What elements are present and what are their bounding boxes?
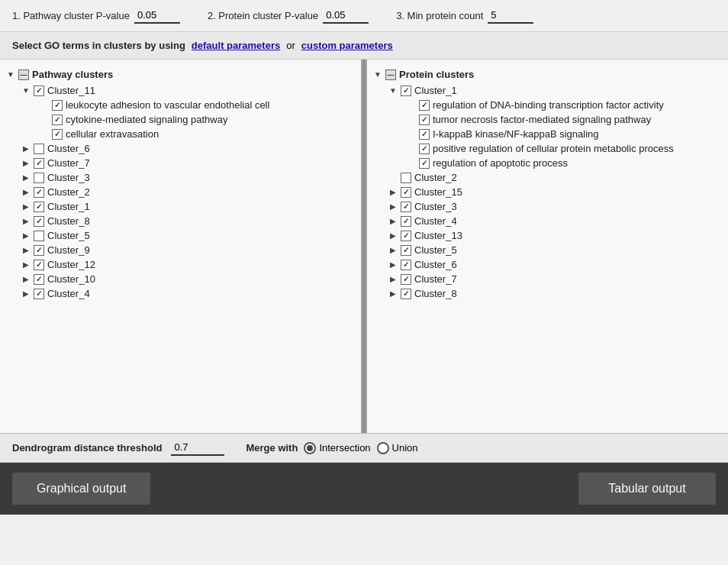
cluster8-arrow[interactable] — [21, 217, 31, 226]
pathway-cluster-1[interactable]: Cluster_1 — [0, 199, 361, 214]
prot-cluster15-arrow[interactable] — [388, 188, 398, 197]
default-parameters-link[interactable]: default parameters — [192, 40, 280, 51]
prot-cluster1-arrow[interactable] — [388, 86, 398, 95]
param2-input[interactable] — [323, 8, 369, 24]
prot-cluster8-arrow[interactable] — [388, 289, 398, 299]
prot-cluster4-arrow[interactable] — [388, 217, 398, 226]
pathway-cluster-7[interactable]: Cluster_7 — [0, 156, 361, 170]
prot-cluster4-checkbox[interactable] — [401, 216, 411, 227]
tnf-checkbox[interactable] — [419, 115, 430, 125]
cluster2-checkbox[interactable] — [34, 187, 44, 198]
graphical-output-button[interactable]: Graphical output — [12, 473, 150, 505]
cluster7-checkbox[interactable] — [34, 158, 44, 169]
protein-cluster-3[interactable]: Cluster_3 — [367, 199, 728, 214]
union-option[interactable]: Union — [377, 442, 418, 454]
cellular-checkbox[interactable] — [52, 129, 63, 140]
prot-cluster7-arrow[interactable] — [388, 275, 398, 284]
custom-parameters-link[interactable]: custom parameters — [301, 40, 393, 51]
pathway-cluster-6[interactable]: Cluster_6 — [0, 141, 361, 156]
protein-root-arrow[interactable] — [373, 70, 382, 79]
protein-cluster-15[interactable]: Cluster_15 — [367, 185, 728, 199]
pathway-root-checkbox[interactable] — [18, 69, 29, 80]
pathway-cluster-10[interactable]: Cluster_10 — [0, 272, 361, 286]
cluster9-arrow[interactable] — [21, 246, 31, 255]
pathway-cluster-11[interactable]: Cluster_11 — [0, 83, 361, 98]
cluster7-arrow[interactable] — [21, 159, 31, 168]
pathway-item-leukocyte[interactable]: leukocyte adhesion to vascular endotheli… — [0, 98, 361, 112]
prot-cluster6-checkbox[interactable] — [401, 260, 411, 270]
protein-cluster-1[interactable]: Cluster_1 — [367, 83, 728, 98]
ikappab-checkbox[interactable] — [419, 129, 430, 140]
dna-checkbox[interactable] — [419, 100, 430, 111]
protein-item-dna[interactable]: regulation of DNA-binding transcription … — [367, 98, 728, 112]
prot-cluster5-checkbox[interactable] — [401, 245, 411, 256]
prot-cluster7-checkbox[interactable] — [401, 274, 411, 285]
intersection-option[interactable]: Intersection — [304, 442, 370, 454]
cluster11-arrow[interactable] — [21, 86, 31, 95]
pathway-item-cellular[interactable]: cellular extravasation — [0, 127, 361, 141]
cluster3-arrow[interactable] — [21, 173, 31, 182]
protein-cluster-7[interactable]: Cluster_7 — [367, 272, 728, 286]
protein-item-ikappab[interactable]: I-kappaB kinase/NF-kappaB signaling — [367, 127, 728, 141]
prot-cluster6-arrow[interactable] — [388, 260, 398, 270]
pathway-cluster-3[interactable]: Cluster_3 — [0, 170, 361, 185]
cluster11-checkbox[interactable] — [34, 86, 44, 96]
prot-cluster13-checkbox[interactable] — [401, 231, 411, 241]
pathway-cluster-12[interactable]: Cluster_12 — [0, 257, 361, 272]
protein-panel[interactable]: Protein clusters Cluster_1 regulation of… — [367, 60, 728, 433]
pathway-cluster-2[interactable]: Cluster_2 — [0, 185, 361, 199]
leukocyte-checkbox[interactable] — [52, 100, 63, 111]
cluster5-arrow[interactable] — [21, 231, 31, 241]
positive-checkbox[interactable] — [419, 144, 430, 154]
protein-cluster-6[interactable]: Cluster_6 — [367, 257, 728, 272]
protein-item-apoptotic[interactable]: regulation of apoptotic process — [367, 156, 728, 170]
param3-input[interactable] — [488, 8, 533, 24]
pathway-cluster-5[interactable]: Cluster_5 — [0, 228, 361, 243]
pathway-panel[interactable]: Pathway clusters Cluster_11 leukocyte ad… — [0, 60, 361, 433]
protein-cluster-2[interactable]: Cluster_2 — [367, 170, 728, 185]
cluster10-checkbox[interactable] — [34, 274, 44, 285]
prot-cluster8-checkbox[interactable] — [401, 289, 411, 299]
pcluster1-arrow[interactable] — [21, 202, 31, 211]
pathway-item-cytokine[interactable]: cytokine-mediated signaling pathway — [0, 112, 361, 127]
pathway-cluster-8[interactable]: Cluster_8 — [0, 214, 361, 228]
protein-cluster-13[interactable]: Cluster_13 — [367, 228, 728, 243]
prot-cluster5-arrow[interactable] — [388, 246, 398, 255]
protein-cluster-4[interactable]: Cluster_4 — [367, 214, 728, 228]
cluster5-checkbox[interactable] — [34, 231, 44, 241]
param1-input[interactable] — [134, 8, 180, 24]
prot-cluster3-checkbox[interactable] — [401, 202, 411, 212]
protein-root-checkbox[interactable] — [385, 69, 396, 80]
cluster6-checkbox[interactable] — [34, 144, 44, 154]
pathway-cluster-9[interactable]: Cluster_9 — [0, 243, 361, 257]
protein-cluster-8[interactable]: Cluster_8 — [367, 286, 728, 301]
protein-item-positive[interactable]: positive regulation of cellular protein … — [367, 141, 728, 156]
cluster9-checkbox[interactable] — [34, 245, 44, 256]
prot-cluster15-checkbox[interactable] — [401, 187, 411, 198]
union-radio[interactable] — [377, 442, 389, 454]
pcluster1-checkbox[interactable] — [34, 202, 44, 212]
protein-cluster-5[interactable]: Cluster_5 — [367, 243, 728, 257]
cluster12-checkbox[interactable] — [34, 260, 44, 270]
cluster12-arrow[interactable] — [21, 260, 31, 270]
tabular-output-button[interactable]: Tabular output — [578, 473, 716, 505]
pathway-root-arrow[interactable] — [6, 70, 15, 79]
cluster10-arrow[interactable] — [21, 275, 31, 284]
cluster2-arrow[interactable] — [21, 188, 31, 197]
prot-cluster13-arrow[interactable] — [388, 231, 398, 241]
cluster6-arrow[interactable] — [21, 144, 31, 153]
prot-cluster2-checkbox[interactable] — [401, 173, 411, 183]
panel-divider[interactable] — [361, 60, 367, 433]
threshold-input[interactable] — [171, 440, 224, 456]
prot-cluster3-arrow[interactable] — [388, 202, 398, 211]
prot-cluster1-checkbox[interactable] — [401, 86, 411, 96]
cluster8-checkbox[interactable] — [34, 216, 44, 227]
protein-item-tnf[interactable]: tumor necrosis factor-mediated signaling… — [367, 112, 728, 127]
cluster4-arrow[interactable] — [21, 289, 31, 299]
cluster3-checkbox[interactable] — [34, 173, 44, 183]
apoptotic-checkbox[interactable] — [419, 158, 430, 169]
cluster4-checkbox[interactable] — [34, 289, 44, 299]
intersection-radio[interactable] — [304, 442, 316, 454]
cytokine-checkbox[interactable] — [52, 115, 63, 125]
pathway-cluster-4[interactable]: Cluster_4 — [0, 286, 361, 301]
